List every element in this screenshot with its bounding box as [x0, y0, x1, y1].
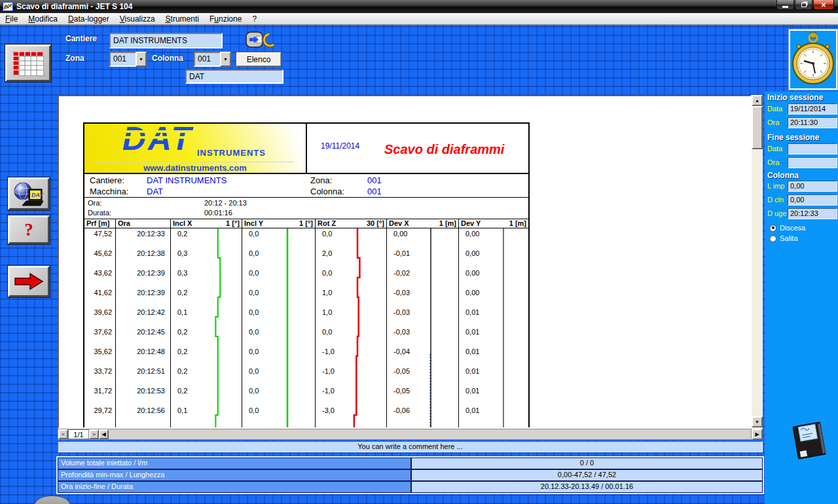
restore-button[interactable]: [795, 0, 812, 10]
table-cell: -1,0: [316, 346, 387, 366]
menu-item-[interactable]: ?: [247, 14, 262, 24]
report-data-rows: 47,5220:12:330,20,00,00,000,0045,6220:12…: [84, 228, 528, 429]
table-cell: 37,62: [84, 327, 116, 346]
report-date: 19/11/2014: [321, 141, 359, 151]
cantiere-row-value: DAT INSTRUMENTS: [147, 175, 227, 185]
radio-salita[interactable]: Salita: [769, 234, 798, 242]
svg-text:DAT: DAT: [31, 192, 44, 198]
zona-select[interactable]: 001 ▼: [109, 52, 147, 67]
menu-item-file[interactable]: File: [0, 14, 23, 24]
inizio-data-label: Data: [767, 105, 782, 113]
fine-ora-label: Ora: [767, 158, 779, 166]
website-button[interactable]: DAT: [8, 177, 50, 210]
zona-dropdown-button[interactable]: ▼: [136, 52, 147, 67]
scroll-down-button[interactable]: ▼: [752, 416, 763, 427]
chevron-down-icon: ▼: [223, 57, 228, 62]
vertical-scrollbar[interactable]: ▲ ▼: [752, 95, 763, 429]
table-row: 31,7220:12:530,20,0-1,0-0,050,01: [84, 386, 528, 405]
status-label: Volume totale iniettato / l/m: [58, 458, 410, 469]
table-cell: -1,0: [316, 386, 387, 405]
table-cell: 0,2: [171, 346, 242, 366]
table-cell: 39,62: [84, 307, 116, 327]
next-button[interactable]: [8, 266, 50, 297]
table-cell: 0,00: [459, 287, 528, 307]
menu-item-funzione[interactable]: Funzione: [204, 14, 247, 24]
page-prev-button[interactable]: <: [58, 429, 68, 439]
table-cell: 29,72: [84, 405, 116, 425]
table-cell: 20:12:38: [116, 248, 171, 268]
stopwatch-icon: [792, 32, 835, 87]
macchina-row-value: DAT: [147, 187, 163, 196]
inizio-data-field[interactable]: 19/11/2014: [788, 103, 837, 115]
colonna-row-value: 001: [367, 187, 382, 196]
table-cell: 2,0: [316, 248, 387, 268]
menu-bar: FileModificaData-loggerVisualizzaStrumen…: [0, 13, 838, 25]
menu-item-datalogger[interactable]: Data-logger: [63, 14, 115, 24]
logo-url: www.datinstruments.com: [84, 163, 306, 173]
connect-plug-icon[interactable]: [245, 29, 276, 49]
dcln-field[interactable]: 0,00: [788, 194, 837, 206]
menu-item-modifica[interactable]: Modifica: [23, 14, 63, 24]
table-cell: 0,0: [242, 405, 316, 425]
table-cell: 31,72: [84, 386, 116, 405]
cantiere-row-label: Cantiere:: [90, 175, 124, 185]
fine-data-field[interactable]: [788, 143, 837, 154]
table-cell: 0,0: [242, 327, 316, 346]
zona-row-label: Zona:: [310, 175, 332, 185]
stopwatch-panel: [789, 29, 837, 90]
table-cell: 20:12:42: [116, 307, 171, 327]
radio-button-icon: [769, 235, 776, 242]
table-cell: 0,0: [242, 228, 316, 248]
table-row: 41,6220:12:390,20,01,0-0,030,00: [84, 287, 528, 307]
help-button[interactable]: ?: [8, 215, 50, 244]
table-row: 29,7220:12:560,10,0-3,0-0,060,01: [84, 405, 528, 425]
elenco-button[interactable]: Elenco: [236, 52, 282, 67]
menu-item-strumenti[interactable]: Strumenti: [160, 14, 204, 24]
logo-stripe: [118, 136, 201, 139]
cantiere-input[interactable]: [109, 33, 223, 48]
fine-ora-field[interactable]: [788, 157, 837, 168]
arrow-down-icon: ▼: [755, 420, 759, 424]
globe-laptop-icon: DAT: [13, 181, 45, 206]
page-next-button[interactable]: >: [89, 429, 99, 439]
scrollbar-thumb[interactable]: [752, 106, 763, 149]
table-cell: 0,00: [387, 228, 459, 248]
duge-field[interactable]: 20:12:33: [788, 208, 837, 219]
colonna-select[interactable]: 001 ▼: [194, 52, 231, 67]
table-cell: 0,01: [459, 307, 528, 327]
close-button[interactable]: ✕: [813, 0, 834, 10]
menu-item-visualizza[interactable]: Visualizza: [115, 14, 160, 24]
table-cell: 0,01: [459, 346, 528, 366]
inizio-ora-field[interactable]: 20:11:30: [788, 117, 837, 128]
column-header: Prf [m]: [84, 219, 116, 228]
zona-value: 001: [109, 52, 136, 67]
minimize-button[interactable]: [776, 0, 794, 10]
save-floppy-icon[interactable]: [790, 421, 829, 460]
table-cell: 0,0: [242, 366, 316, 386]
limp-field[interactable]: 0,00: [788, 181, 837, 192]
colonna-name-input[interactable]: [185, 69, 283, 84]
scroll-right-button[interactable]: ▶: [752, 429, 763, 440]
table-cell: 0,1: [171, 405, 242, 425]
scroll-left-button[interactable]: ◀: [99, 429, 109, 439]
scroll-up-button[interactable]: ▲: [752, 95, 763, 106]
table-cell: 0,2: [171, 287, 242, 307]
table-cell: 47,52: [84, 228, 116, 248]
status-label: Ora inizio-fine / Durata: [58, 482, 410, 492]
colonna-section-title: Colonna: [767, 171, 799, 180]
inizio-ora-label: Ora: [767, 118, 779, 126]
table-cell: 0,01: [459, 366, 528, 386]
radio-discesa[interactable]: Discesa: [769, 224, 805, 232]
comment-input[interactable]: You can write a comment here ...: [58, 441, 763, 452]
table-row: 33,7220:12:510,20,0-1,0-0,050,01: [84, 366, 528, 386]
table-cell: 20:12:39: [116, 268, 171, 287]
table-cell: -0,06: [387, 405, 459, 425]
data-table-button[interactable]: [5, 45, 51, 82]
report-info-row: Cantiere: DAT INSTRUMENTS Zona: 001 Macc…: [84, 174, 528, 198]
table-cell: 0,01: [459, 327, 528, 346]
status-table: Volume totale iniettato / l/m0 / 0Profon…: [58, 458, 763, 493]
table-row: 37,6220:12:450,20,00,0-0,030,01: [84, 327, 528, 346]
chevron-down-icon: ▼: [139, 57, 143, 62]
colonna-dropdown-button[interactable]: ▼: [220, 52, 231, 67]
table-cell: 43,62: [84, 268, 116, 287]
